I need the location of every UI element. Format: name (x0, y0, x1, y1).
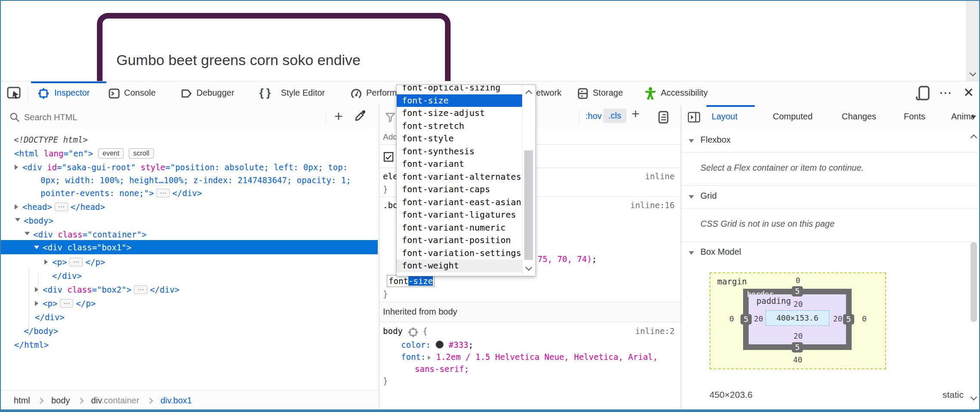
markup-row-container[interactable]: <div class="container"> (33, 228, 146, 241)
autocomplete-item[interactable]: font-variant-caps (397, 183, 522, 196)
section-flexbox-header[interactable]: Flexbox (681, 130, 979, 152)
collapse-twisty[interactable] (15, 218, 20, 222)
markup-row-body[interactable]: <body> (24, 214, 53, 228)
scroll-down-icon[interactable] (970, 70, 977, 77)
ellipsis-badge[interactable]: ⋯ (55, 203, 68, 211)
breadcrumb-item-body[interactable]: body (51, 396, 70, 405)
markup-row-box1-close[interactable]: </div> (52, 269, 82, 283)
markup-row-saka-div[interactable]: <div id="saka-gui-root" style="position:… (22, 160, 348, 174)
breadcrumb-item-container[interactable]: div.container (91, 396, 139, 405)
sidebar-toggle-icon[interactable] (688, 112, 700, 123)
selected-node-row[interactable]: <div class="box1"> (1, 240, 378, 254)
rule-source-link[interactable]: inline:2 (635, 326, 675, 336)
margin-top-value[interactable]: 0 (796, 276, 800, 285)
padding-region[interactable]: padding 400×153.6 20 20 20 20 (749, 294, 846, 344)
autocomplete-item[interactable]: font-variant-alternates (397, 171, 522, 184)
pseudo-class-button[interactable]: :hov (585, 111, 602, 121)
tab-animations[interactable]: Animati (951, 112, 974, 122)
markup-row-p2[interactable]: <p>⋯</p> (43, 297, 96, 310)
filter-icon[interactable] (385, 112, 396, 123)
margin-right-value[interactable]: 0 (862, 314, 867, 323)
scrollbar-thumb[interactable] (524, 150, 533, 260)
tab-changes[interactable]: Changes (842, 112, 876, 122)
expand-twisty[interactable] (44, 259, 48, 265)
highlight-selector-icon[interactable] (408, 327, 418, 337)
section-twisty[interactable] (689, 139, 694, 143)
tab-accessibility[interactable]: Accessibility (644, 81, 731, 105)
breadcrumb-item-html[interactable]: html (14, 396, 30, 405)
autocomplete-item[interactable]: font-synthesis (397, 145, 522, 158)
declaration-fragment[interactable]: 75, 70, 74); (538, 254, 597, 264)
padding-bottom-value[interactable]: 20 (793, 331, 803, 340)
print-simulation-button[interactable] (657, 111, 669, 124)
autocomplete-scrollbar[interactable] (522, 85, 535, 275)
rule-selector[interactable]: body (383, 326, 403, 336)
autocomplete-item-hover[interactable]: font-weight (397, 259, 522, 272)
page-scrollbar[interactable] (966, 1, 979, 81)
section-twisty[interactable] (689, 195, 694, 199)
add-node-button[interactable]: + (331, 108, 346, 127)
border-top-value[interactable]: 5 (792, 286, 803, 297)
markup-row-saka-div-wrap[interactable]: 0px; width: 100%; height…100%; z-index: … (40, 173, 351, 187)
collapse-twisty[interactable] (25, 232, 30, 235)
scrollbar-thumb[interactable] (971, 242, 977, 322)
border-right-value[interactable]: 5 (843, 314, 854, 325)
scroll-up-icon[interactable] (526, 90, 532, 97)
pick-element-button[interactable] (7, 87, 24, 100)
markup-row-saka-div-end[interactable]: pointer-events: none;">⋯</div> (40, 186, 202, 200)
scroll-down-icon[interactable] (971, 394, 977, 401)
padding-right-value[interactable]: 20 (833, 314, 843, 323)
margin-left-value[interactable]: 0 (729, 314, 734, 323)
expand-twisty[interactable] (15, 204, 18, 209)
markup-row-html[interactable]: <html lang="en">eventscroll (14, 147, 154, 160)
autocomplete-item-selected[interactable]: font-size (397, 94, 522, 107)
eyedropper-button[interactable] (353, 110, 369, 126)
section-box-model-header[interactable]: Box Model (681, 242, 979, 264)
section-grid-header[interactable]: Grid (681, 186, 979, 208)
border-region[interactable]: border padding 400×153.6 20 20 20 20 5 5 (743, 289, 852, 350)
autocomplete-item[interactable]: font-variant-numeric (397, 222, 522, 234)
autocomplete-item[interactable]: font-variation-settings (397, 247, 522, 260)
rule-source-link[interactable]: inline (645, 172, 675, 181)
ellipsis-badge[interactable]: ⋯ (156, 189, 170, 197)
padding-top-value[interactable]: 20 (793, 300, 803, 309)
markup-row-container-close[interactable]: </div> (35, 310, 65, 324)
tab-computed[interactable]: Computed (773, 112, 812, 122)
section-twisty[interactable] (689, 251, 694, 255)
autocomplete-item[interactable]: font-optical-sizing (397, 84, 522, 94)
tab-style-editor[interactable]: { } Style Editor (259, 81, 341, 105)
scroll-badge[interactable]: scroll (129, 148, 153, 159)
all-tabs-chevron-icon[interactable] (971, 115, 976, 119)
ellipsis-badge[interactable]: ⋯ (60, 299, 73, 308)
content-region[interactable]: 400×153.6 (765, 310, 829, 326)
border-left-value[interactable]: 5 (740, 314, 752, 325)
collapse-twisty[interactable] (34, 246, 39, 249)
padding-left-value[interactable]: 20 (754, 314, 763, 323)
responsive-design-button[interactable] (915, 86, 933, 101)
markup-row-head[interactable]: <head>⋯</head> (22, 200, 105, 214)
expand-twisty[interactable] (15, 165, 18, 170)
add-rule-button[interactable]: + (632, 106, 640, 122)
close-devtools-button[interactable]: ✕ (963, 85, 980, 102)
color-swatch[interactable] (436, 340, 444, 349)
meatball-menu-button[interactable]: ⋯ (939, 85, 958, 102)
tab-inspector[interactable]: Inspector (31, 81, 106, 105)
event-badge[interactable]: event (98, 148, 124, 159)
ellipsis-badge[interactable]: ⋯ (69, 258, 83, 266)
markup-row-box2[interactable]: <div class="box2">⋯</div> (43, 283, 180, 297)
tab-debugger[interactable]: Debugger (181, 81, 246, 105)
property-name-editor[interactable]: font-size (387, 275, 435, 287)
autocomplete-item[interactable]: font-variant-ligatures (397, 209, 522, 222)
autocomplete-item[interactable]: font-variant-east-asian (397, 196, 522, 209)
ellipsis-badge[interactable]: ⋯ (134, 285, 147, 294)
margin-bottom-value[interactable]: 40 (793, 355, 803, 364)
markup-row-html-close[interactable]: </html> (14, 338, 49, 352)
markup-row-doctype[interactable]: <!DOCTYPE html> (14, 133, 88, 147)
expand-twisty[interactable] (35, 301, 38, 306)
tab-storage[interactable]: Storage (577, 81, 635, 105)
autocomplete-item[interactable]: font-variant-position (397, 234, 522, 247)
scroll-down-icon[interactable] (526, 264, 532, 271)
class-checkbox[interactable] (383, 152, 394, 162)
markup-row-body-close[interactable]: </body> (24, 324, 58, 338)
search-input[interactable] (23, 110, 262, 124)
